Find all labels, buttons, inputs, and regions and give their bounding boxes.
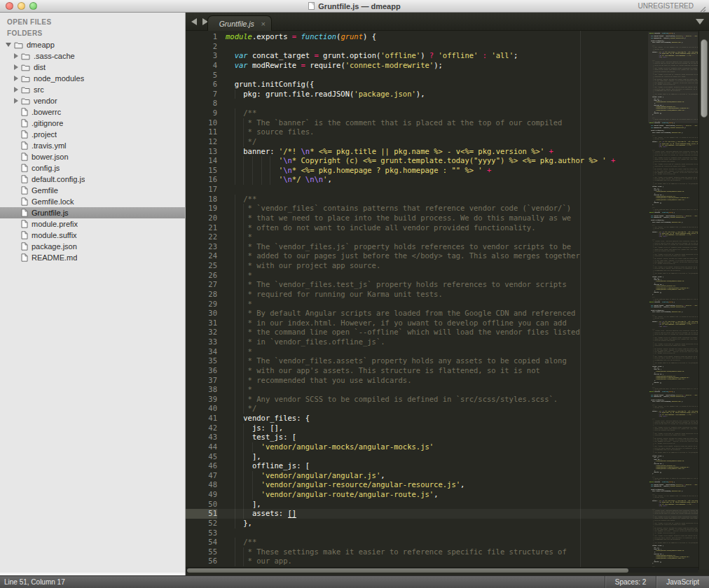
code-line[interactable]: 13 banner: '/*! \n* <%= pkg.title || pkg… <box>186 147 698 157</box>
code-line[interactable]: 37 * recommended that you use wildcards. <box>186 376 698 386</box>
code-line[interactable]: 48 'vendor/angular-resource/angular-reso… <box>186 480 698 490</box>
code-line[interactable]: 4 var modRewrite = require('connect-modr… <box>186 61 698 71</box>
minimap-viewport[interactable] <box>648 32 698 123</box>
code-line[interactable]: 2 <box>186 42 698 52</box>
code-line[interactable]: 20 * that we need to place into the buil… <box>186 214 698 223</box>
code-line[interactable]: 16 '\n*/ \n\n', <box>186 175 698 185</box>
tree-item-readme-md[interactable]: README.md <box>0 252 185 263</box>
code-line[interactable]: 39 * Any vendor SCSS to be compiled is d… <box>186 395 698 405</box>
tree-item--bowerrc[interactable]: .bowerrc <box>0 106 185 118</box>
code-line[interactable]: 36 * with our app's assets. This structu… <box>186 366 698 376</box>
code-line[interactable]: 25 * with our project app source. <box>186 261 698 271</box>
code-line[interactable]: 45 ], <box>186 452 698 462</box>
tree-item-bower-json[interactable]: bower.json <box>0 151 185 162</box>
minimize-window-button[interactable] <box>18 2 25 10</box>
code-line[interactable]: 10 * The `banner` is the comment that is… <box>186 118 698 128</box>
code-line[interactable]: 49 'vendor/angular-route/angular-route.j… <box>186 490 698 500</box>
code-line[interactable]: 15 '\n* <%= pkg.homepage ? pkg.homepage … <box>186 166 698 176</box>
code-area[interactable]: 1module.exports = function(grunt) {23 va… <box>186 31 698 570</box>
code-line[interactable]: 12 */ <box>186 137 698 147</box>
code-line[interactable]: 34 * <box>186 347 698 357</box>
code-line[interactable]: 35 * The `vendor_files.assets` property … <box>186 356 698 366</box>
code-line[interactable]: 5 <box>186 71 698 80</box>
syntax-selector-button[interactable]: JavaScript <box>656 576 709 588</box>
code-line[interactable]: 46 offline_js: [ <box>186 461 698 471</box>
disclosure-closed-icon[interactable] <box>14 64 18 70</box>
open-files-header[interactable]: OPEN FILES <box>0 17 185 28</box>
code-line[interactable]: 31 * in our index.html. However, if yo u… <box>186 318 698 328</box>
code-line[interactable]: 55 * These settings make it easier to re… <box>186 547 698 557</box>
vertical-scrollbar-thumb[interactable] <box>701 39 708 118</box>
code-line[interactable]: 22 * <box>186 232 698 242</box>
code-line[interactable]: 51 assets: [] <box>186 509 698 519</box>
tab-overflow-menu-icon[interactable] <box>696 19 704 24</box>
tree-item--sass-cache[interactable]: .sass-cache <box>0 50 185 62</box>
code-line[interactable]: 14 '\n* Copyright (c) <%= grunt.template… <box>186 156 698 166</box>
disclosure-closed-icon[interactable] <box>14 87 18 92</box>
code-line[interactable]: 29 * <box>186 300 698 309</box>
disclosure-closed-icon[interactable] <box>14 76 18 81</box>
code-line[interactable]: 43 test_js: [ <box>186 433 698 442</box>
horizontal-scrollbar[interactable] <box>186 567 698 573</box>
code-line[interactable]: 26 * <box>186 271 698 281</box>
code-line[interactable]: 11 * source files. <box>186 127 698 137</box>
close-window-button[interactable] <box>6 2 13 10</box>
disclosure-open-icon[interactable] <box>6 43 11 47</box>
zoom-window-button[interactable] <box>29 2 37 10</box>
tree-item-package-json[interactable]: package.json <box>0 241 185 252</box>
tree-item-src[interactable]: src <box>0 84 185 95</box>
indent-settings-button[interactable]: Spaces: 2 <box>605 576 656 588</box>
tree-item-module-suffix[interactable]: module.suffix <box>0 230 185 241</box>
tree-item--travis-yml[interactable]: .travis.yml <box>0 140 185 151</box>
vertical-scrollbar[interactable] <box>698 31 709 570</box>
tree-item--gitignore[interactable]: .gitignore <box>0 118 185 129</box>
tree-item-gruntfile-js[interactable]: Gruntfile.js <box>0 207 185 218</box>
code-line[interactable]: 42 js: [], <box>186 424 698 433</box>
tree-item-gemfile[interactable]: Gemfile <box>0 185 185 196</box>
code-line[interactable]: 6 grunt.initConfig({ <box>186 80 698 90</box>
tree-item-config-js[interactable]: config.js <box>0 162 185 174</box>
tree-item-module-prefix[interactable]: module.prefix <box>0 218 185 230</box>
code-line[interactable]: 19 * `vendor_files` contains patterns th… <box>186 204 698 214</box>
code-line[interactable]: 9 /** <box>186 108 698 118</box>
disclosure-closed-icon[interactable] <box>14 53 18 59</box>
code-line[interactable]: 1module.exports = function(grunt) { <box>186 32 698 42</box>
code-line[interactable]: 54 /** <box>186 538 698 547</box>
tree-item-gemfile-lock[interactable]: Gemfile.lock <box>0 196 185 207</box>
minimap[interactable]: 1module.exports = function(grunt) {23 va… <box>648 32 698 568</box>
code-line[interactable]: 17 <box>186 185 698 195</box>
code-line[interactable]: 38 * <box>186 385 698 395</box>
code-line[interactable]: 53 <box>186 528 698 538</box>
code-line[interactable]: 47 'vendor/angular/angular.js', <box>186 471 698 481</box>
tree-item-node-modules[interactable]: node_modules <box>0 73 185 84</box>
code-line[interactable]: 18 /** <box>186 195 698 204</box>
code-line[interactable]: 3 var concat_target = grunt.option('offl… <box>186 51 698 61</box>
code-line[interactable]: 24 * added to our pages just before the … <box>186 251 698 261</box>
code-line[interactable]: 8 <box>186 99 698 108</box>
code-line[interactable]: 56 * our app. <box>186 556 698 566</box>
prev-tab-arrow-icon[interactable] <box>191 18 197 25</box>
code-line[interactable]: 27 * The `vendor_files.test_js` property… <box>186 280 698 290</box>
code-line[interactable]: 40 */ <box>186 404 698 414</box>
code-line[interactable]: 30 * By default Angular scripts are load… <box>186 309 698 318</box>
horizontal-scrollbar-thumb[interactable] <box>187 568 628 573</box>
code-line[interactable]: 33 * in `vendor_files.offline_js`. <box>186 337 698 347</box>
code-line[interactable]: 28 * required for running our Karma unit… <box>186 290 698 300</box>
disclosure-closed-icon[interactable] <box>14 98 18 104</box>
code-line[interactable]: 7 pkg: grunt.file.readJSON('package.json… <box>186 90 698 99</box>
tree-item-dmeapp[interactable]: dmeapp <box>0 39 185 50</box>
tab-gruntfile[interactable]: Gruntfile.js × <box>207 15 272 31</box>
code-line[interactable]: 32 * the command line open `--offline` w… <box>186 328 698 337</box>
code-line[interactable]: 44 'vendor/angular-mocks/angular-mocks.j… <box>186 442 698 452</box>
code-line[interactable]: 41 vendor_files: { <box>186 414 698 424</box>
code-line[interactable]: 50 ], <box>186 500 698 510</box>
tree-item-dist[interactable]: dist <box>0 62 185 73</box>
code-line[interactable]: 21 * often do not want to include all ve… <box>186 223 698 233</box>
code-line[interactable]: 52 }, <box>186 519 698 528</box>
folders-header[interactable]: FOLDERS <box>0 28 185 39</box>
tree-item-default-config-js[interactable]: default.config.js <box>0 174 185 185</box>
tree-item-vendor[interactable]: vendor <box>0 95 185 106</box>
tab-close-icon[interactable]: × <box>261 20 266 28</box>
tree-item--project[interactable]: .project <box>0 129 185 140</box>
code-line[interactable]: 23 * The `vendor_files.js` property hold… <box>186 242 698 252</box>
